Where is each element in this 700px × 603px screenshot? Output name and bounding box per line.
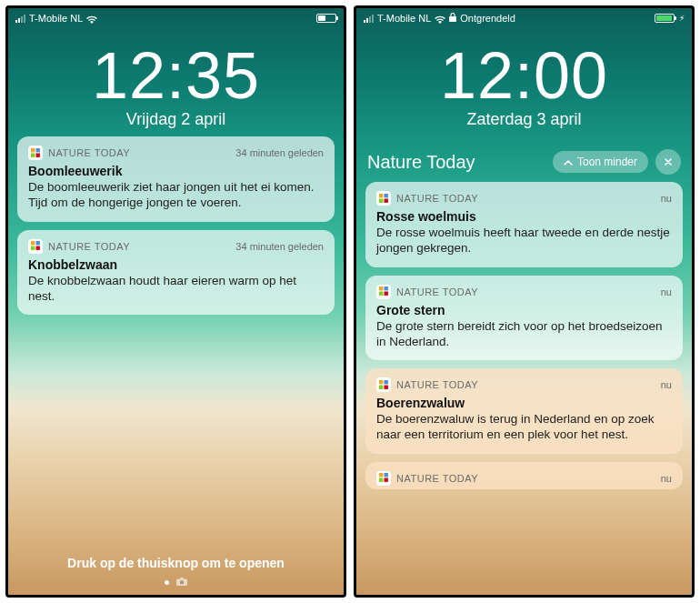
svg-rect-12 <box>379 194 383 197</box>
svg-rect-20 <box>379 380 383 384</box>
svg-rect-16 <box>379 286 383 290</box>
svg-point-10 <box>180 580 184 584</box>
app-name-label: NATURE TODAY <box>396 286 655 297</box>
svg-rect-25 <box>384 473 387 477</box>
svg-rect-19 <box>384 292 387 296</box>
clock-time: 12:35 <box>8 43 344 108</box>
notification-time: 34 minuten geleden <box>235 147 324 158</box>
notification-title: Boomleeuwerik <box>28 164 324 178</box>
status-bar: T-Mobile NL <box>8 8 344 26</box>
group-title: Nature Today <box>367 152 545 173</box>
lock-status-label: Ontgrendeld <box>460 13 515 24</box>
notification-card[interactable]: NATURE TODAY nu <box>365 462 683 489</box>
battery-icon <box>316 14 336 23</box>
close-icon <box>664 155 673 169</box>
notification-group-header: Nature Today Toon minder <box>356 149 692 175</box>
wifi-icon <box>86 15 97 23</box>
svg-rect-1 <box>35 148 39 152</box>
carrier-label: T-Mobile NL <box>29 13 83 24</box>
app-name-label: NATURE TODAY <box>396 193 655 204</box>
app-icon <box>376 377 391 392</box>
app-icon <box>376 191 391 206</box>
svg-rect-14 <box>379 198 383 202</box>
svg-rect-13 <box>384 194 387 197</box>
app-name-label: NATURE TODAY <box>396 473 655 484</box>
signal-icon <box>15 15 25 23</box>
notification-time: 34 minuten geleden <box>235 241 324 252</box>
unlock-hint[interactable]: Druk op de thuisknop om te openen <box>8 555 344 571</box>
notification-title: Boerenzwaluw <box>376 396 672 410</box>
svg-rect-24 <box>379 473 383 477</box>
svg-rect-2 <box>31 153 35 156</box>
signal-icon <box>364 15 374 23</box>
svg-rect-9 <box>180 578 184 579</box>
notification-time: nu <box>661 379 672 390</box>
notification-card[interactable]: NATURE TODAY 34 minuten geleden Boomleeu… <box>17 136 335 222</box>
close-button[interactable] <box>655 149 681 175</box>
lockscreen-right: T-Mobile NL Ontgrendeld ⚡︎ 12:00 Zaterda… <box>354 5 695 598</box>
charging-icon: ⚡︎ <box>679 14 685 23</box>
wifi-icon <box>435 15 445 23</box>
show-less-label: Toon minder <box>577 156 637 168</box>
svg-rect-15 <box>384 198 387 202</box>
svg-rect-26 <box>379 478 383 482</box>
clock-time: 12:00 <box>356 43 692 108</box>
svg-rect-17 <box>384 286 387 290</box>
notification-body: De boomleeuwerik ziet haar jongen uit he… <box>28 179 324 211</box>
notification-body: De grote stern bereidt zich voor op het … <box>376 318 672 350</box>
notification-time: nu <box>661 193 672 204</box>
app-name-label: NATURE TODAY <box>48 241 230 252</box>
notification-card[interactable]: NATURE TODAY nu Grote stern De grote ste… <box>365 276 683 361</box>
app-icon <box>376 471 391 486</box>
svg-rect-27 <box>384 478 387 482</box>
clock-date: Vrijdag 2 april <box>8 110 344 129</box>
notification-card[interactable]: NATURE TODAY nu Rosse woelmuis De rosse … <box>365 182 683 267</box>
notification-title: Knobbelzwaan <box>28 257 324 272</box>
notification-title: Rosse woelmuis <box>376 209 672 224</box>
svg-rect-22 <box>379 385 383 388</box>
notification-time: nu <box>661 286 672 297</box>
svg-rect-6 <box>31 246 35 250</box>
lockscreen-left: T-Mobile NL 12:35 Vrijdag 2 april NATURE… <box>5 5 346 598</box>
svg-rect-18 <box>379 292 383 296</box>
battery-icon <box>655 14 675 23</box>
notification-card[interactable]: NATURE TODAY 34 minuten geleden Knobbelz… <box>17 230 335 316</box>
page-indicator <box>8 578 344 588</box>
clock-block: 12:00 Zaterdag 3 april <box>356 26 692 149</box>
carrier-label: T-Mobile NL <box>377 13 431 24</box>
lock-icon <box>449 13 456 24</box>
notification-body: De knobbelzwaan houdt haar eieren warm o… <box>28 273 324 305</box>
app-name-label: NATURE TODAY <box>48 147 230 158</box>
notification-body: De boerenzwaluw is terug in Nederland en… <box>376 411 672 443</box>
app-icon <box>28 239 43 254</box>
clock-date: Zaterdag 3 april <box>356 110 692 129</box>
notification-card[interactable]: NATURE TODAY nu Boerenzwaluw De boerenzw… <box>365 368 683 454</box>
svg-rect-0 <box>31 148 35 152</box>
status-bar: T-Mobile NL Ontgrendeld ⚡︎ <box>356 8 692 26</box>
notification-body: De rosse woelmuis heeft haar tweede en d… <box>376 225 672 256</box>
app-icon <box>28 146 43 160</box>
svg-rect-7 <box>35 246 39 250</box>
svg-rect-23 <box>384 385 387 388</box>
svg-rect-11 <box>449 16 456 22</box>
clock-block: 12:35 Vrijdag 2 april <box>8 26 344 136</box>
svg-rect-4 <box>31 241 35 245</box>
camera-icon[interactable] <box>176 578 187 588</box>
app-name-label: NATURE TODAY <box>396 379 655 390</box>
svg-rect-3 <box>35 153 39 156</box>
chevron-up-icon <box>564 156 573 168</box>
app-icon <box>376 285 391 299</box>
notification-time: nu <box>661 473 672 484</box>
show-less-button[interactable]: Toon minder <box>553 151 648 173</box>
notification-title: Grote stern <box>376 303 672 317</box>
svg-rect-5 <box>35 241 39 245</box>
svg-rect-21 <box>384 380 387 384</box>
